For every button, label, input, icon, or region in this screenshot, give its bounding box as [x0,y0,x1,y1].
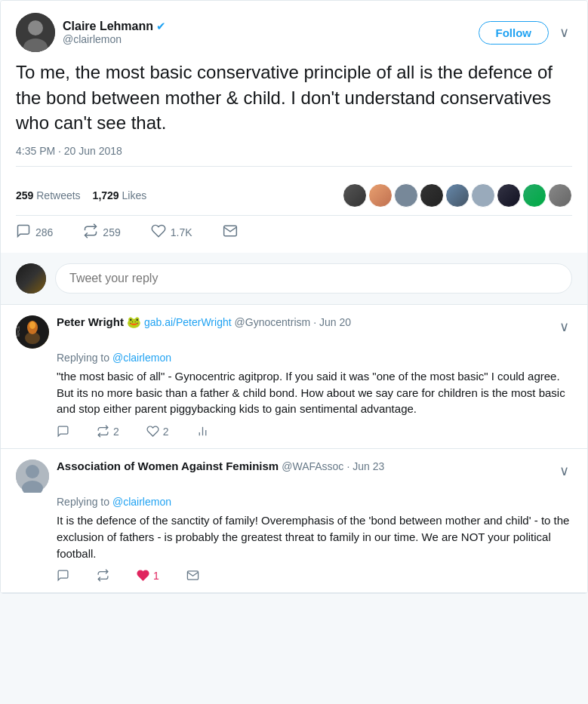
chevron-down-icon: ∨ [559,25,569,40]
tweet-text: To me, the most basic conservative princ… [16,60,572,136]
reply-icon [16,223,31,242]
like-action[interactable]: 1.7K [151,223,192,242]
reply-1-domain: gab.ai/PeterWright [144,316,232,328]
reply-1-avatar[interactable]: MACE [16,315,49,349]
reply-input[interactable] [55,263,572,294]
retweet-count: 259 [103,226,120,238]
reply-tweet-2: Association of Women Against Feminism @W… [1,449,587,593]
reply-2-retweet-action[interactable] [97,569,109,582]
reply-2-mail-action[interactable] [186,569,199,582]
stats-row: 259 Retweets 1,729 Likes [16,176,572,216]
reply-1-replying-to: Replying to @clairlemon [16,352,572,364]
reply-1-like-action[interactable]: 2 [146,425,169,438]
tweet-card: Claire Lehmann ✔ @clairlemon Follow ∨ To… [0,0,588,594]
reply-2-handle: @WAFAssoc [282,460,343,472]
reply-1-name: Peter Wright [57,315,124,328]
more-options-button[interactable]: ∨ [556,21,572,44]
mail-icon [186,569,199,582]
reply-icon [57,425,69,438]
liker-avatar-4 [420,183,444,208]
follow-button[interactable]: Follow [479,21,550,45]
reply-2-avatar[interactable] [16,460,49,493]
reply-2-reply-action[interactable] [57,569,69,582]
reply-1-name-row: Peter Wright 🐸 gab.ai/PeterWright @Gynoc… [57,315,351,329]
user-name-row: Claire Lehmann ✔ [63,20,166,33]
reply-2-name-row: Association of Women Against Feminism @W… [57,460,384,472]
heart-icon [146,425,159,438]
liker-avatar-7 [497,183,521,208]
tweet-timestamp: 4:35 PM · 20 Jun 2018 [16,145,572,167]
reply-action[interactable]: 286 [16,223,53,242]
user-info: Claire Lehmann ✔ @clairlemon [63,20,166,45]
liker-avatar-5 [445,183,469,208]
main-tweet: Claire Lehmann ✔ @clairlemon Follow ∨ To… [1,1,587,253]
reply-input-area [1,253,587,305]
reply-1-handle: @Gynocentrism [235,316,311,328]
reply-1-emoji: 🐸 [127,315,141,329]
liker-avatar-1 [343,183,367,208]
heart-icon [151,223,166,242]
reply-1-actions: 2 2 [57,425,572,438]
reply-2-actions: 1 [57,569,572,582]
current-user-avatar [16,263,46,294]
retweet-action[interactable]: 259 [83,223,120,242]
reply-2-text: It is the defence of the sanctity of fam… [57,512,572,561]
reply-2-dot: · [346,460,349,472]
reply-icon [57,569,69,582]
reply-2-header: Association of Women Against Feminism @W… [16,460,572,493]
user-handle: @clairlemon [63,33,166,45]
svg-point-1 [28,20,43,35]
liker-avatar-6 [471,183,495,208]
like-count: 1.7K [171,226,192,238]
liker-avatar-9 [548,183,572,208]
retweet-count[interactable]: 259 Retweets [16,189,81,201]
reply-1-like-count: 2 [163,426,169,438]
reply-2-user-block: Association of Women Against Feminism @W… [57,460,384,472]
reply-input-avatar [16,263,46,294]
reply-1-date: Jun 20 [319,316,351,328]
reply-1-more-button[interactable]: ∨ [556,315,572,338]
verified-icon: ✔ [156,20,166,33]
main-avatar[interactable] [16,13,55,52]
reply-1-retweet-action[interactable]: 2 [97,425,119,438]
likers-avatars [343,183,572,208]
reply-1-replying-handle[interactable]: @clairlemon [112,352,171,364]
retweet-icon [97,425,109,438]
tweet-actions: 286 259 1.7K [16,216,572,253]
reply-2-body: It is the defence of the sanctity of fam… [16,512,572,582]
liker-avatar-8 [522,183,546,208]
reply-1-user-block: Peter Wright 🐸 gab.ai/PeterWright @Gynoc… [57,315,351,329]
mail-action[interactable] [223,223,238,242]
reply-2-name: Association of Women Against Feminism [57,460,279,472]
reply-1-body: "the most basic of all" - Gynocentric ag… [16,368,572,438]
reply-2-date: Jun 23 [352,460,384,472]
reply-2-more-button[interactable]: ∨ [556,460,572,482]
chart-icon [196,425,209,438]
retweet-icon [97,569,109,582]
tweet-header-right: Follow ∨ [479,21,573,45]
user-name: Claire Lehmann [63,20,153,33]
reply-tweet-1: MACE Peter Wright 🐸 gab.ai/PeterWright @… [1,305,587,449]
mail-icon [223,223,238,242]
heart-filled-icon [137,569,149,582]
svg-point-12 [26,465,39,478]
retweet-icon [83,223,98,242]
reply-1-reply-action[interactable] [57,425,69,438]
reply-1-header: MACE Peter Wright 🐸 gab.ai/PeterWright @… [16,315,572,349]
svg-point-6 [29,321,35,329]
reply-1-dot: · [313,316,316,328]
like-count[interactable]: 1,729 Likes [93,189,147,201]
tweet-header: Claire Lehmann ✔ @clairlemon Follow ∨ [16,13,572,52]
reply-2-like-action[interactable]: 1 [137,569,159,582]
reply-2-replying-to: Replying to @clairlemon [16,496,572,508]
reply-1-chart-action[interactable] [196,425,209,438]
liker-avatar-3 [394,183,418,208]
reply-2-replying-handle[interactable]: @clairlemon [112,496,171,508]
reply-2-like-count: 1 [153,570,159,582]
svg-text:MACE: MACE [16,325,20,337]
reply-1-retweet-count: 2 [113,426,119,438]
tweet-header-left: Claire Lehmann ✔ @clairlemon [16,13,166,52]
reply-count: 286 [35,226,53,238]
reply-1-text: "the most basic of all" - Gynocentric ag… [57,368,572,417]
liker-avatar-2 [368,183,393,208]
